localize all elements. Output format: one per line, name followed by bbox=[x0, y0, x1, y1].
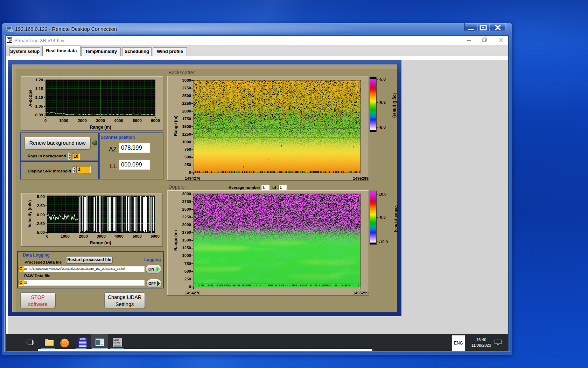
svg-text:2000: 2000 bbox=[182, 223, 191, 227]
svg-text:-8.0: -8.0 bbox=[379, 125, 386, 129]
svg-text:2750: 2750 bbox=[182, 86, 191, 90]
svg-text:Velocity (m/s): Velocity (m/s) bbox=[394, 205, 399, 232]
svg-text:1.10: 1.10 bbox=[35, 95, 43, 100]
svg-text:-5.00: -5.00 bbox=[36, 230, 45, 234]
svg-text:1750: 1750 bbox=[182, 230, 191, 234]
svg-text:-6.5: -6.5 bbox=[379, 100, 386, 104]
svg-text:2000: 2000 bbox=[78, 118, 87, 123]
svg-text:1000: 1000 bbox=[182, 253, 191, 258]
svg-text:0: 0 bbox=[46, 234, 48, 238]
svg-text:1000: 1000 bbox=[59, 118, 68, 123]
svg-text:3000: 3000 bbox=[97, 234, 106, 238]
svg-text:0: 0 bbox=[189, 285, 191, 289]
svg-text:0: 0 bbox=[189, 170, 191, 175]
svg-text:Velocity (m/s): Velocity (m/s) bbox=[27, 200, 32, 227]
svg-text:250: 250 bbox=[184, 163, 191, 167]
svg-text:Range (m): Range (m) bbox=[173, 230, 178, 251]
svg-text:6000: 6000 bbox=[151, 118, 160, 123]
svg-text:1.20: 1.20 bbox=[35, 78, 43, 82]
svg-text:1.05: 1.05 bbox=[35, 104, 43, 108]
svg-text:500: 500 bbox=[184, 269, 191, 273]
svg-text:3000: 3000 bbox=[182, 78, 191, 82]
svg-text:1494276: 1494276 bbox=[185, 176, 201, 180]
svg-text:2750: 2750 bbox=[182, 199, 191, 204]
svg-text:1500: 1500 bbox=[182, 238, 191, 242]
svg-text:1000: 1000 bbox=[61, 234, 70, 238]
svg-text:0.99: 0.99 bbox=[35, 113, 43, 117]
svg-text:1000: 1000 bbox=[182, 140, 191, 144]
svg-text:750: 750 bbox=[184, 261, 191, 266]
svg-text:-0.0: -0.0 bbox=[379, 215, 386, 219]
svg-text:750: 750 bbox=[184, 147, 191, 151]
svg-text:5000: 5000 bbox=[133, 118, 142, 123]
svg-text:2000: 2000 bbox=[182, 109, 191, 113]
svg-text:5000: 5000 bbox=[133, 234, 142, 238]
svg-text:5.00: 5.00 bbox=[37, 195, 45, 199]
svg-text:0.00: 0.00 bbox=[37, 213, 45, 217]
svg-text:1494276: 1494276 bbox=[185, 291, 201, 295]
svg-text:0: 0 bbox=[44, 118, 47, 123]
svg-text:-10.0: -10.0 bbox=[379, 240, 388, 244]
svg-text:2500: 2500 bbox=[182, 207, 191, 211]
svg-text:250: 250 bbox=[184, 277, 191, 281]
svg-text:1495299: 1495299 bbox=[353, 176, 369, 180]
svg-text:1750: 1750 bbox=[182, 117, 191, 121]
svg-text:1250: 1250 bbox=[182, 132, 191, 136]
svg-text:3000: 3000 bbox=[96, 118, 105, 123]
svg-text:2250: 2250 bbox=[182, 215, 191, 219]
svg-text:Scan: Scan bbox=[113, 339, 119, 341]
svg-text:-2.50: -2.50 bbox=[36, 222, 45, 226]
svg-text:Range (m): Range (m) bbox=[173, 116, 178, 136]
svg-text:1500: 1500 bbox=[182, 124, 191, 129]
svg-text:2000: 2000 bbox=[79, 234, 88, 238]
svg-text:1.15: 1.15 bbox=[35, 87, 43, 91]
svg-text:sched: sched bbox=[113, 341, 120, 344]
svg-text:4000: 4000 bbox=[114, 118, 123, 123]
svg-text:6000: 6000 bbox=[150, 234, 160, 238]
svg-text:GEEK: GEEK bbox=[80, 338, 86, 340]
svg-text:-5.0: -5.0 bbox=[379, 77, 386, 81]
svg-text:3000: 3000 bbox=[182, 192, 191, 196]
svg-text:log B (/m/sr): log B (/m/sr) bbox=[392, 93, 397, 118]
svg-text:2500: 2500 bbox=[182, 94, 191, 98]
svg-text:2.50: 2.50 bbox=[37, 204, 45, 208]
svg-text:10.0: 10.0 bbox=[379, 192, 386, 196]
svg-text:1250: 1250 bbox=[182, 246, 191, 250]
svg-text:Range (m): Range (m) bbox=[90, 240, 111, 245]
svg-text:500: 500 bbox=[184, 155, 191, 159]
svg-text:4000: 4000 bbox=[114, 234, 124, 238]
svg-text:Range (m): Range (m) bbox=[90, 125, 111, 130]
svg-text:2250: 2250 bbox=[182, 101, 191, 105]
svg-text:A-scope: A-scope bbox=[28, 89, 33, 107]
svg-text:1495299: 1495299 bbox=[353, 291, 369, 295]
